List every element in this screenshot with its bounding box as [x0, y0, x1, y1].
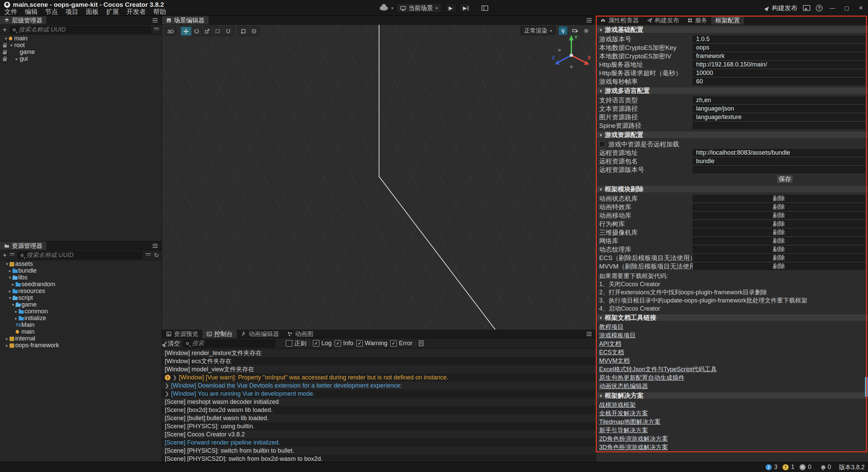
tree-node-resources[interactable]: ▸resources: [0, 288, 162, 295]
doc-link[interactable]: 2D角色扮演游戏解决方案: [599, 435, 668, 443]
create-asset-button[interactable]: +: [3, 252, 7, 259]
chevron-down-icon[interactable]: ▾: [11, 301, 16, 308]
tab-框架配置[interactable]: 框架配置: [711, 16, 744, 24]
filter-checkbox-Warning[interactable]: ✓: [356, 340, 363, 347]
regex-checkbox[interactable]: [286, 340, 292, 347]
scene-viewport[interactable]: 3D: [162, 25, 596, 330]
hierarchy-search[interactable]: [10, 26, 151, 34]
axis-z-cone[interactable]: [555, 60, 559, 65]
scrollbar-thumb[interactable]: [865, 377, 868, 397]
console-search-input[interactable]: [191, 339, 272, 347]
tree-node-oops-framework[interactable]: ▸oops-framework: [0, 342, 162, 349]
doc-link[interactable]: 动画状态机编辑器: [599, 382, 648, 391]
build-publish-button[interactable]: 构建发布: [765, 4, 797, 13]
refresh-icon[interactable]: ↻: [154, 252, 159, 258]
chevron-right-icon[interactable]: ▸: [14, 56, 19, 62]
chevron-right-icon[interactable]: ▸: [4, 335, 9, 342]
error-count-badge[interactable]: ✕: [800, 464, 806, 470]
doc-link[interactable]: 战棋游戏框架: [599, 401, 636, 409]
step-button[interactable]: ▶: [460, 3, 471, 13]
filter-icon[interactable]: [154, 28, 159, 28]
hierarchy-search-input[interactable]: [18, 26, 148, 34]
rect-tool-button[interactable]: [212, 27, 223, 36]
sort-icon[interactable]: [10, 253, 15, 254]
chevron-down-icon[interactable]: ▾: [9, 42, 14, 49]
filter-checkbox-Error[interactable]: ✓: [390, 340, 397, 347]
remove-module-button[interactable]: 剔除: [693, 237, 865, 244]
tab-构建发布[interactable]: 构建发布: [643, 16, 683, 24]
tree-node-main[interactable]: main: [0, 329, 162, 335]
bell-icon[interactable]: [821, 465, 825, 469]
close-button[interactable]: ✕: [856, 3, 865, 13]
scale-tool-button[interactable]: [202, 27, 212, 36]
remove-module-button[interactable]: 剔除: [693, 212, 865, 219]
chevron-right-icon[interactable]: ▸: [7, 288, 13, 295]
filter-icon[interactable]: [146, 253, 151, 254]
doc-link[interactable]: 教程项目: [599, 323, 624, 331]
tree-node-initialize[interactable]: ▸initialize: [0, 315, 162, 322]
tree-node-Main[interactable]: TSMain: [0, 322, 162, 329]
panel-menu-icon[interactable]: [587, 334, 592, 334]
field-input[interactable]: [693, 166, 865, 173]
tree-node-game[interactable]: game: [0, 49, 162, 56]
doc-link[interactable]: API文档: [599, 340, 621, 348]
tree-node-script[interactable]: ▾script: [0, 295, 162, 301]
tab-hierarchy[interactable]: 层级管理器: [0, 16, 46, 24]
panel-menu-icon[interactable]: [587, 20, 592, 21]
menu-item-2[interactable]: 节点: [41, 8, 62, 16]
chevron-right-icon[interactable]: ▸: [4, 342, 9, 349]
info-count-badge[interactable]: i: [766, 464, 772, 470]
log-row[interactable]: ❯[Window] Download the Vue Devtools exte…: [162, 381, 596, 390]
tab-控制台[interactable]: 控制台: [202, 330, 237, 338]
section-header-游戏资源配置[interactable]: ∨游戏资源配置: [596, 132, 868, 138]
tree-node-seedrandom[interactable]: ▸seedrandom: [0, 281, 162, 288]
tab-服务[interactable]: 服务: [683, 16, 711, 24]
minimize-button[interactable]: —: [828, 3, 837, 13]
chevron-right-icon[interactable]: ▸: [11, 281, 16, 288]
chevron-right-icon[interactable]: ▸: [14, 315, 19, 322]
tab-动画编辑器[interactable]: 动画编辑器: [237, 330, 283, 338]
remove-module-button[interactable]: 剔除: [693, 254, 865, 261]
tree-node-bundle[interactable]: ▸bundle: [0, 268, 162, 274]
screenshot-icon[interactable]: [803, 5, 810, 11]
axis-gizmo[interactable]: Y X Z: [549, 32, 593, 76]
tree-node-internal[interactable]: ▸internal: [0, 335, 162, 342]
section-header-框架文档工具链接[interactable]: ∨框架文档工具链接: [596, 314, 868, 321]
menu-item-7[interactable]: 帮助: [150, 8, 170, 16]
tree-node-gui[interactable]: ▸gui: [0, 56, 162, 62]
remove-module-button[interactable]: 剔除: [693, 229, 865, 236]
field-input[interactable]: [693, 78, 865, 85]
chevron-down-icon[interactable]: ▾: [7, 295, 13, 301]
doc-link[interactable]: 3D角色扮演游戏解决方案: [599, 443, 668, 452]
save-button[interactable]: 保存: [777, 175, 793, 183]
coordinate-toggle-button[interactable]: [249, 27, 259, 36]
tree-node-common[interactable]: ▸common: [0, 308, 162, 315]
chevron-down-icon[interactable]: ▾: [391, 6, 393, 11]
remove-module-button[interactable]: 剔除: [693, 263, 865, 270]
field-input[interactable]: [693, 97, 865, 104]
tree-node-root[interactable]: ▾root: [0, 42, 162, 49]
field-input[interactable]: [693, 53, 865, 60]
move-tool-button[interactable]: [181, 27, 191, 36]
chevron-right-icon[interactable]: ▸: [14, 308, 19, 315]
rotate-tool-button[interactable]: [191, 27, 202, 36]
field-input[interactable]: [693, 122, 865, 129]
pivot-toggle-button[interactable]: [238, 27, 249, 36]
chevron-right-icon[interactable]: ▸: [7, 268, 13, 274]
remove-module-button[interactable]: 剔除: [693, 220, 865, 228]
warning-count-badge[interactable]: !: [783, 464, 789, 470]
menu-item-0[interactable]: 文件: [1, 8, 21, 16]
log-row[interactable]: !❯[Window] [Vue warn]: Property "onInput…: [162, 373, 596, 381]
tree-node-libs[interactable]: ▾libs: [0, 274, 162, 281]
menu-item-3[interactable]: 项目: [62, 8, 82, 16]
doc-link[interactable]: MVVM文档: [599, 357, 630, 365]
section-header-框架模块剔除[interactable]: ∨框架模块剔除: [596, 186, 868, 192]
help-icon[interactable]: ?: [816, 5, 823, 12]
ui-transform-tool-button[interactable]: [223, 27, 233, 36]
dimension-toggle-button[interactable]: 3D: [165, 27, 176, 36]
expand-arrow-icon[interactable]: ❯: [165, 382, 169, 389]
create-node-button[interactable]: +: [3, 26, 7, 33]
panel-menu-icon[interactable]: [153, 20, 158, 21]
field-input[interactable]: [693, 158, 865, 165]
log-row[interactable]: ❯[Window] You are running Vue in develop…: [162, 390, 596, 398]
